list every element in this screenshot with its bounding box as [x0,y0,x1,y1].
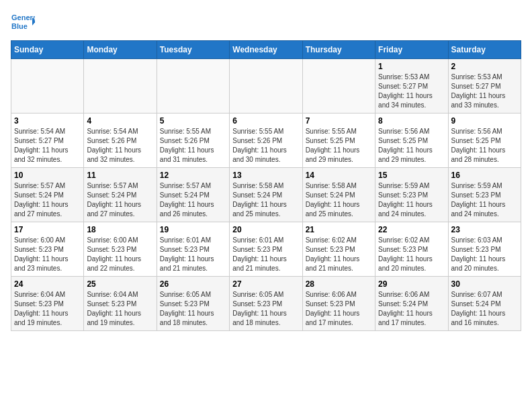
calendar-cell: 24Sunrise: 6:04 AMSunset: 5:23 PMDayligh… [11,277,84,331]
day-info: Sunrise: 5:56 AMSunset: 5:25 PMDaylight:… [451,127,518,165]
calendar-cell: 7Sunrise: 5:55 AMSunset: 5:25 PMDaylight… [302,113,375,168]
day-number: 28 [306,279,372,289]
day-info: Sunrise: 5:54 AMSunset: 5:27 PMDaylight:… [14,127,81,165]
day-number: 17 [14,225,81,234]
calendar-cell: 3Sunrise: 5:54 AMSunset: 5:27 PMDaylight… [11,113,84,168]
day-info: Sunrise: 6:04 AMSunset: 5:23 PMDaylight:… [87,290,153,328]
calendar-cell: 21Sunrise: 6:02 AMSunset: 5:23 PMDayligh… [302,222,375,277]
weekday-header-sunday: Sunday [11,41,84,59]
day-number: 30 [451,279,518,289]
calendar-cell: 23Sunrise: 6:03 AMSunset: 5:23 PMDayligh… [448,222,521,277]
calendar-cell [157,59,229,113]
day-info: Sunrise: 5:53 AMSunset: 5:27 PMDaylight:… [451,73,518,110]
day-number: 10 [14,171,81,180]
calendar-week-2: 10Sunrise: 5:57 AMSunset: 5:24 PMDayligh… [11,168,521,222]
weekday-header-saturday: Saturday [448,41,521,59]
calendar-cell: 4Sunrise: 5:54 AMSunset: 5:26 PMDaylight… [84,113,157,168]
calendar-week-1: 3Sunrise: 5:54 AMSunset: 5:27 PMDaylight… [11,113,521,168]
calendar-cell: 1Sunrise: 5:53 AMSunset: 5:27 PMDaylight… [375,59,448,113]
calendar-header: SundayMondayTuesdayWednesdayThursdayFrid… [11,41,521,59]
day-info: Sunrise: 6:01 AMSunset: 5:23 PMDaylight:… [160,236,226,273]
calendar-body: 1Sunrise: 5:53 AMSunset: 5:27 PMDaylight… [11,59,521,331]
calendar-cell: 5Sunrise: 5:55 AMSunset: 5:26 PMDaylight… [157,113,229,168]
calendar-week-3: 17Sunrise: 6:00 AMSunset: 5:23 PMDayligh… [11,222,521,277]
day-number: 25 [87,279,153,289]
day-info: Sunrise: 5:57 AMSunset: 5:24 PMDaylight:… [14,181,81,219]
day-number: 7 [306,116,372,126]
day-info: Sunrise: 6:02 AMSunset: 5:23 PMDaylight:… [306,236,372,273]
calendar-cell: 25Sunrise: 6:04 AMSunset: 5:23 PMDayligh… [84,277,157,331]
day-info: Sunrise: 5:54 AMSunset: 5:26 PMDaylight:… [87,127,153,165]
calendar-cell: 26Sunrise: 6:05 AMSunset: 5:23 PMDayligh… [157,277,229,331]
day-info: Sunrise: 6:01 AMSunset: 5:23 PMDaylight:… [232,236,299,273]
day-info: Sunrise: 5:55 AMSunset: 5:25 PMDaylight:… [306,127,372,165]
day-number: 4 [87,116,153,126]
day-number: 8 [378,116,445,126]
day-info: Sunrise: 5:55 AMSunset: 5:26 PMDaylight:… [160,127,226,165]
day-info: Sunrise: 6:03 AMSunset: 5:23 PMDaylight:… [451,236,518,273]
svg-text:Blue: Blue [11,22,28,30]
calendar-table: SundayMondayTuesdayWednesdayThursdayFrid… [11,40,521,331]
page-header: General Blue [11,11,521,35]
calendar-cell: 19Sunrise: 6:01 AMSunset: 5:23 PMDayligh… [157,222,229,277]
day-number: 14 [306,171,372,180]
calendar-cell: 17Sunrise: 6:00 AMSunset: 5:23 PMDayligh… [11,222,84,277]
calendar-cell: 10Sunrise: 5:57 AMSunset: 5:24 PMDayligh… [11,168,84,222]
day-info: Sunrise: 6:00 AMSunset: 5:23 PMDaylight:… [14,236,81,273]
day-number: 18 [87,225,153,234]
day-number: 27 [232,279,299,289]
calendar-cell: 20Sunrise: 6:01 AMSunset: 5:23 PMDayligh… [230,222,302,277]
day-info: Sunrise: 5:58 AMSunset: 5:24 PMDaylight:… [306,181,372,219]
day-info: Sunrise: 5:53 AMSunset: 5:27 PMDaylight:… [378,73,445,110]
day-info: Sunrise: 6:06 AMSunset: 5:24 PMDaylight:… [378,290,445,328]
calendar-cell: 18Sunrise: 6:00 AMSunset: 5:23 PMDayligh… [84,222,157,277]
calendar-cell: 16Sunrise: 5:59 AMSunset: 5:23 PMDayligh… [448,168,521,222]
day-number: 12 [160,171,226,180]
day-number: 23 [451,225,518,234]
day-number: 5 [160,116,226,126]
day-number: 2 [451,62,518,71]
weekday-header-row: SundayMondayTuesdayWednesdayThursdayFrid… [11,41,521,59]
day-number: 22 [378,225,445,234]
day-number: 29 [378,279,445,289]
day-info: Sunrise: 6:05 AMSunset: 5:23 PMDaylight:… [160,290,226,328]
calendar-cell: 9Sunrise: 5:56 AMSunset: 5:25 PMDaylight… [448,113,521,168]
calendar-week-4: 24Sunrise: 6:04 AMSunset: 5:23 PMDayligh… [11,277,521,331]
calendar-cell: 15Sunrise: 5:59 AMSunset: 5:23 PMDayligh… [375,168,448,222]
calendar-cell: 13Sunrise: 5:58 AMSunset: 5:24 PMDayligh… [230,168,302,222]
calendar-cell: 6Sunrise: 5:55 AMSunset: 5:26 PMDaylight… [230,113,302,168]
logo: General Blue [11,11,35,35]
day-info: Sunrise: 6:05 AMSunset: 5:23 PMDaylight:… [232,290,299,328]
weekday-header-thursday: Thursday [302,41,375,59]
weekday-header-wednesday: Wednesday [230,41,302,59]
day-number: 21 [306,225,372,234]
day-number: 19 [160,225,226,234]
day-info: Sunrise: 5:59 AMSunset: 5:23 PMDaylight:… [451,181,518,219]
day-info: Sunrise: 5:56 AMSunset: 5:25 PMDaylight:… [378,127,445,165]
calendar-cell: 11Sunrise: 5:57 AMSunset: 5:24 PMDayligh… [84,168,157,222]
logo-svg: General Blue [11,11,35,35]
calendar-cell: 14Sunrise: 5:58 AMSunset: 5:24 PMDayligh… [302,168,375,222]
calendar-cell: 8Sunrise: 5:56 AMSunset: 5:25 PMDaylight… [375,113,448,168]
calendar-cell: 29Sunrise: 6:06 AMSunset: 5:24 PMDayligh… [375,277,448,331]
svg-text:General: General [11,13,35,21]
day-info: Sunrise: 6:04 AMSunset: 5:23 PMDaylight:… [14,290,81,328]
day-number: 15 [378,171,445,180]
day-info: Sunrise: 6:06 AMSunset: 5:23 PMDaylight:… [306,290,372,328]
day-number: 11 [87,171,153,180]
weekday-header-monday: Monday [84,41,157,59]
day-number: 13 [232,171,299,180]
day-number: 20 [232,225,299,234]
day-info: Sunrise: 5:55 AMSunset: 5:26 PMDaylight:… [232,127,299,165]
day-number: 16 [451,171,518,180]
calendar-cell [84,59,157,113]
day-info: Sunrise: 6:00 AMSunset: 5:23 PMDaylight:… [87,236,153,273]
day-number: 24 [14,279,81,289]
calendar-cell: 2Sunrise: 5:53 AMSunset: 5:27 PMDaylight… [448,59,521,113]
day-info: Sunrise: 5:58 AMSunset: 5:24 PMDaylight:… [232,181,299,219]
day-info: Sunrise: 5:57 AMSunset: 5:24 PMDaylight:… [87,181,153,219]
day-number: 1 [378,62,445,71]
calendar-cell: 30Sunrise: 6:07 AMSunset: 5:24 PMDayligh… [448,277,521,331]
calendar-cell: 12Sunrise: 5:57 AMSunset: 5:24 PMDayligh… [157,168,229,222]
day-number: 26 [160,279,226,289]
